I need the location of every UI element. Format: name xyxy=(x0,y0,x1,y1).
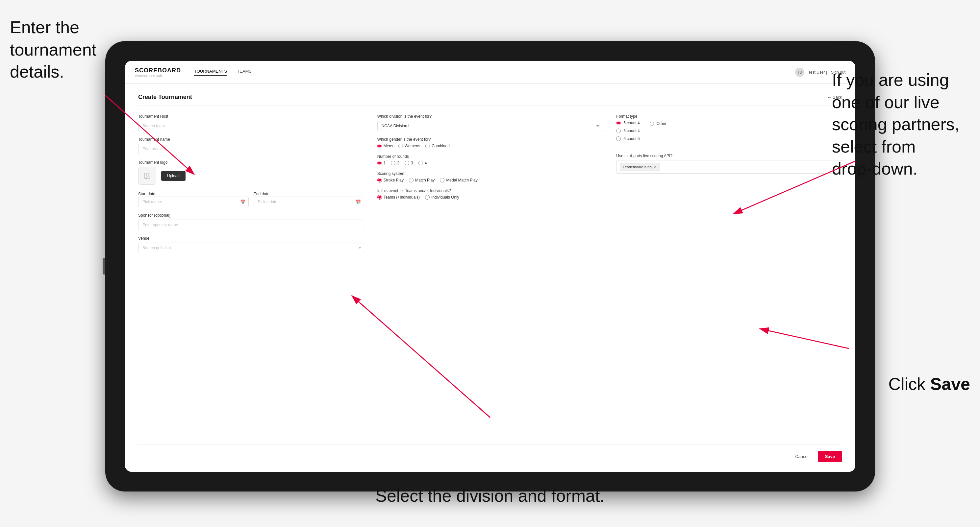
event-teams-label: Teams (+Individuals) xyxy=(383,195,420,200)
live-scoring-value: Leaderboard King xyxy=(623,165,651,169)
division-select[interactable]: NCAA Division I xyxy=(377,121,603,131)
gender-combined-label: Combined xyxy=(432,144,450,148)
scoring-group: Scoring system Stroke Play Match Play xyxy=(377,171,603,183)
form-container: Create Tournament ← Back Tournament Host… xyxy=(125,84,855,472)
sponsor-input[interactable] xyxy=(138,220,364,230)
venue-group: Venue ▾ xyxy=(138,236,364,253)
division-group: Which division is the event for? NCAA Di… xyxy=(377,114,603,131)
form-col-2: Which division is the event for? NCAA Di… xyxy=(377,114,603,444)
tournament-host-label: Tournament Host xyxy=(138,114,364,119)
end-date-input[interactable] xyxy=(254,197,364,207)
venue-label: Venue xyxy=(138,236,364,241)
annotation-top-right: If you are using one of our live scoring… xyxy=(832,69,970,180)
rounds-2-label: 2 xyxy=(397,161,399,165)
rounds-radio-group: 1 2 3 xyxy=(377,161,603,165)
main-content: Create Tournament ← Back Tournament Host… xyxy=(125,84,855,472)
upload-button[interactable]: Upload xyxy=(161,171,186,181)
event-individuals-label: Individuals Only xyxy=(431,195,459,200)
format-5count4-label: 5 count 4 xyxy=(624,121,640,125)
event-teams[interactable]: Teams (+Individuals) xyxy=(377,195,420,200)
format-type-group: Format type 5 count 4 6 count xyxy=(616,114,842,141)
date-row: Start date 📅 End date xyxy=(138,190,364,207)
tournament-logo-group: Tournament logo Upload xyxy=(138,160,364,185)
live-scoring-tag: Leaderboard King ✕ xyxy=(620,163,660,171)
rounds-4[interactable]: 4 xyxy=(418,161,427,165)
nav-teams[interactable]: TEAMS xyxy=(237,69,252,76)
rounds-1[interactable]: 1 xyxy=(377,161,386,165)
scoring-medal-match[interactable]: Medal Match Play xyxy=(440,178,477,183)
logo-placeholder xyxy=(138,167,156,185)
svg-point-1 xyxy=(146,174,147,175)
save-button[interactable]: Save xyxy=(818,451,842,462)
tournament-logo-label: Tournament logo xyxy=(138,160,364,165)
gender-mens-label: Mens xyxy=(383,144,393,148)
start-date-wrap: 📅 xyxy=(138,197,249,207)
format-other[interactable]: Other xyxy=(650,121,667,126)
format-options: 5 count 4 6 count 4 6 count 5 xyxy=(616,121,640,141)
tablet-screen: SCOREBOARD Powered by clippit TOURNAMENT… xyxy=(125,61,855,472)
event-for-group: Is this event for Teams and/or Individua… xyxy=(377,188,603,200)
tournament-name-label: Tournament name xyxy=(138,137,364,142)
rounds-3[interactable]: 3 xyxy=(405,161,413,165)
logo-area: SCOREBOARD Powered by clippit xyxy=(135,67,181,77)
form-col-1: Tournament Host Tournament name Tourname… xyxy=(138,114,364,444)
annotation-bottom-center: Select the division and format. xyxy=(375,485,605,507)
form-header: Create Tournament ← Back xyxy=(138,94,842,106)
user-avatar: TU xyxy=(795,68,804,77)
event-individuals[interactable]: Individuals Only xyxy=(425,195,459,200)
side-tab xyxy=(103,258,105,275)
cancel-button[interactable]: Cancel xyxy=(790,451,813,462)
format-6count5-label: 6 count 5 xyxy=(624,137,640,141)
live-scoring-select[interactable]: Leaderboard King ✕ ⌃ xyxy=(616,160,842,174)
sponsor-label: Sponsor (optional) xyxy=(138,213,364,217)
format-type-layout: 5 count 4 6 count 4 6 count 5 xyxy=(616,121,842,141)
form-columns: Tournament Host Tournament name Tourname… xyxy=(138,114,842,444)
user-label: Test User | xyxy=(808,70,827,75)
format-other-label: Other xyxy=(657,121,667,126)
end-date-wrap: 📅 xyxy=(254,197,364,207)
logo-text: SCOREBOARD xyxy=(135,67,181,74)
gender-womens[interactable]: Womens xyxy=(398,144,420,148)
form-col-3: Format type 5 count 4 6 count xyxy=(616,114,842,444)
date-group: Start date 📅 End date xyxy=(138,190,364,207)
start-date-input[interactable] xyxy=(138,197,249,207)
tournament-name-group: Tournament name xyxy=(138,137,364,154)
rounds-2[interactable]: 2 xyxy=(391,161,399,165)
tournament-host-input[interactable] xyxy=(138,121,364,131)
tournament-host-group: Tournament Host xyxy=(138,114,364,131)
gender-group: Which gender is the event for? Mens Wome… xyxy=(377,137,603,148)
rounds-group: Number of rounds 1 2 xyxy=(377,154,603,165)
scoring-radio-group: Stroke Play Match Play Medal Match Play xyxy=(377,178,603,183)
rounds-3-label: 3 xyxy=(411,161,413,165)
tournament-name-input[interactable] xyxy=(138,144,364,154)
format-6count4-label: 6 count 4 xyxy=(624,129,640,133)
live-scoring-label: Use third-party live scoring API? xyxy=(616,154,842,158)
nav-tournaments[interactable]: TOURNAMENTS xyxy=(194,69,227,76)
logo-upload-area: Upload xyxy=(138,167,364,185)
format-5count4[interactable]: 5 count 4 xyxy=(616,121,640,125)
scoring-match-label: Match Play xyxy=(415,178,434,183)
scoring-stroke[interactable]: Stroke Play xyxy=(377,178,404,183)
annotation-top-left: Enter the tournament details. xyxy=(10,16,115,83)
gender-label: Which gender is the event for? xyxy=(377,137,603,142)
gender-radio-group: Mens Womens Combined xyxy=(377,144,603,148)
scoring-label: Scoring system xyxy=(377,171,603,176)
navbar: SCOREBOARD Powered by clippit TOURNAMENT… xyxy=(125,61,855,84)
event-for-label: Is this event for Teams and/or Individua… xyxy=(377,188,603,193)
rounds-4-label: 4 xyxy=(425,161,427,165)
format-6count5[interactable]: 6 count 5 xyxy=(616,137,640,141)
gender-combined[interactable]: Combined xyxy=(425,144,450,148)
logo-sub: Powered by clippit xyxy=(135,74,181,77)
format-6count4[interactable]: 6 count 4 xyxy=(616,129,640,133)
venue-input[interactable] xyxy=(138,243,364,253)
nav-links: TOURNAMENTS TEAMS xyxy=(194,69,795,76)
scoring-match[interactable]: Match Play xyxy=(409,178,434,183)
tag-close-icon[interactable]: ✕ xyxy=(653,164,657,169)
end-date-group: End date 📅 xyxy=(254,190,364,207)
form-title: Create Tournament xyxy=(138,94,192,101)
division-label: Which division is the event for? xyxy=(377,114,603,119)
gender-womens-label: Womens xyxy=(405,144,420,148)
gender-mens[interactable]: Mens xyxy=(377,144,393,148)
sponsor-group: Sponsor (optional) xyxy=(138,213,364,230)
scoring-medal-match-label: Medal Match Play xyxy=(446,178,477,183)
